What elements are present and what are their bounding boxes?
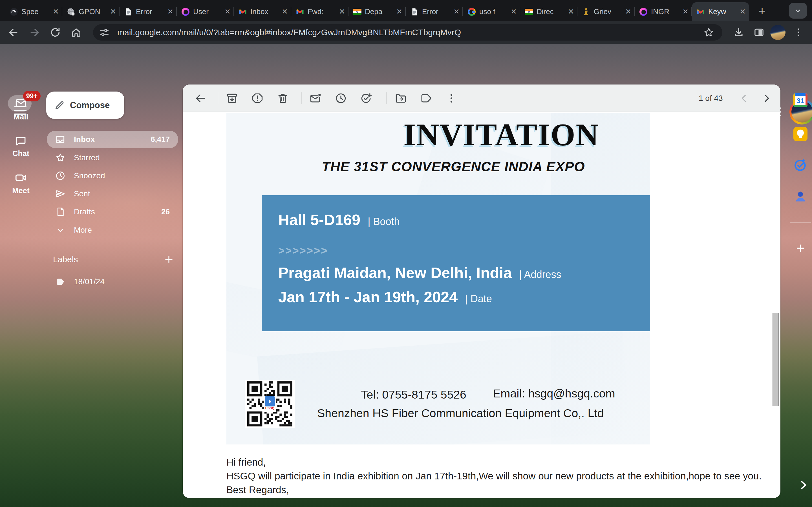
close-icon[interactable]: ✕ bbox=[567, 7, 575, 16]
close-icon[interactable]: ✕ bbox=[52, 7, 60, 16]
file-icon bbox=[47, 207, 74, 217]
browser-tab[interactable]: Error ✕ bbox=[406, 2, 463, 21]
sidebar-item-snoozed[interactable]: Snoozed bbox=[47, 167, 178, 184]
rail-chat-label: Chat bbox=[0, 149, 42, 158]
close-icon[interactable]: ✕ bbox=[166, 7, 174, 16]
sidebar-item-label: Starred bbox=[74, 153, 178, 162]
close-icon[interactable]: ✕ bbox=[681, 7, 690, 16]
browser-tab[interactable]: uso f ✕ bbox=[463, 2, 520, 21]
chevron-left-icon bbox=[738, 92, 750, 105]
browser-tab[interactable]: User ✕ bbox=[177, 2, 234, 21]
qr-center-logo: ◗ HSGQ bbox=[264, 396, 276, 412]
gmail-icon bbox=[296, 8, 304, 16]
close-icon[interactable]: ✕ bbox=[452, 7, 461, 16]
older-email-button[interactable] bbox=[760, 92, 773, 105]
date-value: Jan 17th - Jan 19th, 2024 bbox=[278, 288, 458, 305]
chevron-right-icon bbox=[760, 92, 773, 105]
bookmark-button[interactable] bbox=[703, 27, 714, 38]
new-tab-button[interactable]: + bbox=[755, 4, 770, 19]
mark-unread-button[interactable] bbox=[309, 92, 322, 105]
close-icon[interactable]: ✕ bbox=[395, 7, 403, 16]
tab-search-button[interactable] bbox=[789, 3, 807, 18]
delete-button[interactable] bbox=[276, 92, 289, 105]
label-button[interactable] bbox=[419, 92, 433, 105]
sidebar-item-more[interactable]: More bbox=[47, 221, 178, 239]
site-settings-icon[interactable] bbox=[97, 25, 112, 40]
url-text[interactable]: mail.google.com/mail/u/0/?tab=rm&ogbl#in… bbox=[117, 27, 461, 37]
browser-tab[interactable]: Direc ✕ bbox=[520, 2, 577, 21]
tab-title: GPON bbox=[79, 7, 105, 16]
add-to-tasks-button[interactable] bbox=[360, 92, 373, 105]
contacts-icon bbox=[793, 189, 808, 204]
close-icon[interactable]: ✕ bbox=[624, 7, 632, 16]
archive-button[interactable] bbox=[225, 92, 239, 105]
forward-button[interactable] bbox=[27, 25, 42, 40]
ring-icon bbox=[639, 8, 648, 16]
url-bar[interactable]: mail.google.com/mail/u/0/?tab=rm&ogbl#in… bbox=[93, 24, 722, 41]
browser-tab[interactable]: Spee ✕ bbox=[5, 2, 62, 21]
browser-menu-button[interactable] bbox=[791, 25, 806, 40]
toolbar-divider bbox=[219, 93, 219, 104]
browser-tab-strip: Spee ✕ GPON ✕ Error ✕ User ✕ Inbox ✕ bbox=[0, 0, 812, 21]
newer-email-button[interactable] bbox=[738, 92, 751, 105]
close-icon[interactable]: ✕ bbox=[338, 7, 346, 16]
download-button[interactable] bbox=[731, 25, 746, 40]
rail-meet-button[interactable] bbox=[0, 171, 42, 184]
pagination-text: 1 of 43 bbox=[699, 94, 723, 103]
sidebar-item-drafts[interactable]: Drafts 26 bbox=[47, 203, 178, 221]
close-icon[interactable]: ✕ bbox=[509, 7, 518, 16]
browser-tab[interactable]: GPON ✕ bbox=[62, 2, 119, 21]
browser-tab[interactable]: Inbox ✕ bbox=[234, 2, 291, 21]
tab-title: Error bbox=[422, 7, 449, 16]
sidebar-item-label: Inbox bbox=[74, 135, 151, 144]
body-line: Best Regards, bbox=[226, 483, 762, 497]
browser-tab[interactable]: Depa ✕ bbox=[349, 2, 406, 21]
sidebar-item-label: Snoozed bbox=[74, 171, 178, 180]
contacts-panel-button[interactable] bbox=[793, 189, 808, 204]
gmail-icon bbox=[696, 8, 705, 16]
show-side-panel-button[interactable] bbox=[797, 479, 809, 491]
sidebar-item-inbox[interactable]: Inbox 6,417 bbox=[47, 131, 178, 148]
sidebar-label-item[interactable]: 18/01/24 bbox=[47, 273, 178, 290]
mark-unread-icon bbox=[309, 92, 322, 105]
chat-icon bbox=[15, 135, 27, 147]
side-panel-button[interactable] bbox=[752, 25, 766, 40]
address-value: Pragati Maidan, New Delhi, India bbox=[278, 264, 512, 281]
event-banner: Hall 5-D169 | Booth >>>>>>> Pragati Maid… bbox=[262, 195, 650, 331]
browser-tab[interactable]: Error ✕ bbox=[119, 2, 177, 21]
scrollbar-thumb[interactable] bbox=[772, 313, 779, 406]
browser-tab[interactable]: Fwd: ✕ bbox=[291, 2, 349, 21]
tasks-panel-button[interactable] bbox=[793, 158, 808, 172]
home-button[interactable] bbox=[69, 25, 84, 40]
get-addons-button[interactable]: + bbox=[791, 239, 810, 258]
rail-mail-label: Mail bbox=[0, 113, 42, 121]
sidebar-item-sent[interactable]: Sent bbox=[47, 185, 178, 203]
report-spam-button[interactable] bbox=[251, 92, 264, 105]
close-icon[interactable]: ✕ bbox=[223, 7, 232, 16]
browser-tab[interactable]: Griev ✕ bbox=[577, 2, 635, 21]
compose-button[interactable]: Compose bbox=[46, 92, 124, 119]
chevrons-decoration: >>>>>>> bbox=[278, 245, 328, 257]
calendar-panel-button[interactable]: 31 bbox=[793, 93, 808, 108]
rail-chat-button[interactable] bbox=[0, 135, 42, 147]
close-icon[interactable]: ✕ bbox=[281, 7, 289, 16]
snooze-button[interactable] bbox=[335, 92, 347, 105]
move-to-button[interactable] bbox=[394, 92, 407, 105]
tab-title: Inbox bbox=[250, 7, 277, 16]
clock-icon bbox=[47, 170, 74, 181]
sidebar-item-starred[interactable]: Starred bbox=[47, 149, 178, 166]
back-to-inbox-button[interactable] bbox=[194, 92, 207, 105]
close-icon[interactable]: ✕ bbox=[739, 7, 747, 16]
keep-panel-button[interactable] bbox=[793, 127, 808, 142]
back-button[interactable] bbox=[6, 25, 21, 40]
browser-tab-active[interactable]: Keyw ✕ bbox=[692, 2, 749, 21]
close-icon[interactable]: ✕ bbox=[109, 7, 117, 16]
snooze-clock-icon bbox=[335, 92, 347, 105]
more-options-button[interactable] bbox=[445, 92, 458, 105]
reload-button[interactable] bbox=[48, 25, 63, 40]
add-label-button[interactable] bbox=[163, 254, 174, 265]
labels-title: Labels bbox=[53, 255, 163, 264]
browser-tab[interactable]: INGR ✕ bbox=[635, 2, 692, 21]
browser-profile-avatar[interactable] bbox=[770, 25, 785, 40]
calendar-icon: 31 bbox=[794, 93, 808, 107]
